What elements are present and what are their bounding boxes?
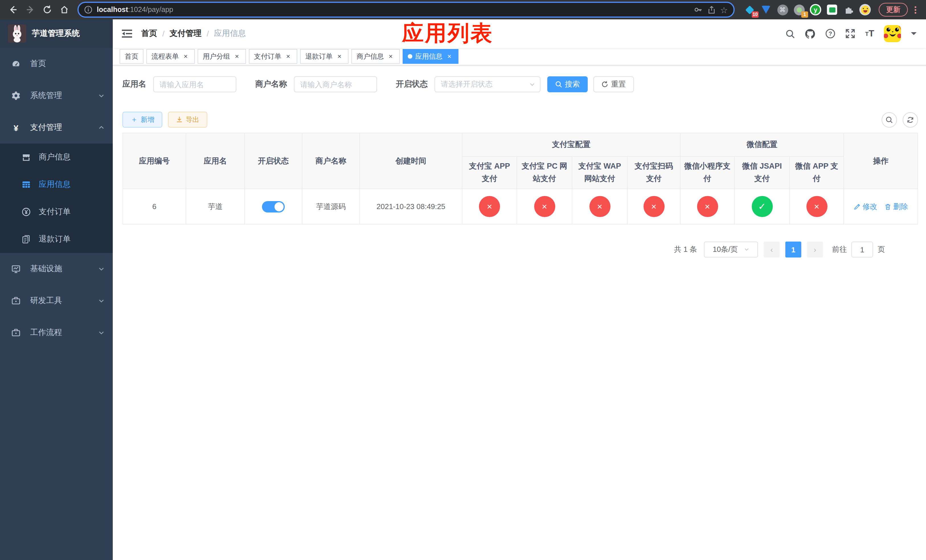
col-wx-jsapi: 微信 JSAPI 支付: [734, 156, 790, 189]
refresh-button[interactable]: [903, 112, 918, 127]
tag-label: 退款订单: [305, 51, 333, 61]
toggle-search-button[interactable]: [882, 112, 897, 127]
status-wx-jsapi: ✓: [752, 196, 773, 217]
tag-process-form[interactable]: 流程表单×: [146, 49, 195, 64]
sidebar-item-dev-tools[interactable]: 研发工具: [0, 285, 113, 317]
password-key-icon[interactable]: [693, 5, 702, 14]
extension-pin-icon[interactable]: 10: [744, 4, 755, 15]
sidebar-item-payment[interactable]: ¥ 支付管理: [0, 112, 113, 144]
col-app-name: 应用名: [186, 133, 245, 189]
address-bar[interactable]: localhost:1024/pay/app ☆: [77, 2, 735, 18]
filter-status-label: 开启状态: [396, 79, 428, 89]
extension-badge: 10: [752, 11, 758, 18]
sidebar-item-label: 工作流程: [30, 328, 98, 338]
bookmark-star-icon[interactable]: ☆: [720, 5, 728, 14]
sidebar-item-label: 首页: [30, 59, 105, 69]
close-icon[interactable]: ×: [182, 52, 190, 61]
search-button-label: 搜索: [565, 79, 580, 89]
page-size-select[interactable]: 10条/页: [704, 242, 758, 257]
tag-app-info-active[interactable]: 应用信息×: [402, 49, 458, 64]
tag-label: 商户信息: [357, 51, 384, 61]
sidebar-item-workflow[interactable]: 工作流程: [0, 317, 113, 349]
fullscreen-icon[interactable]: [845, 29, 855, 39]
extensions-puzzle-icon[interactable]: [843, 4, 854, 15]
browser-menu-icon[interactable]: [911, 6, 919, 14]
next-page-button[interactable]: ›: [807, 242, 823, 257]
screen: localhost:1024/pay/app ☆ 10 ⌘ 1 y: [0, 0, 926, 560]
app-name-input[interactable]: [153, 76, 236, 92]
chrome-update-button[interactable]: 更新: [879, 3, 908, 17]
breadcrumb-payment[interactable]: 支付管理: [170, 29, 201, 39]
tag-pay-orders[interactable]: 支付订单×: [249, 49, 297, 64]
close-icon[interactable]: ×: [233, 52, 241, 61]
col-group-alipay: 支付宝配置: [462, 133, 680, 156]
merchant-name-input[interactable]: [294, 76, 377, 92]
close-icon[interactable]: ×: [284, 52, 292, 61]
forward-icon[interactable]: [23, 2, 38, 17]
sidebar-item-app-info[interactable]: 应用信息: [0, 171, 113, 198]
tag-user-group[interactable]: 用户分组×: [198, 49, 246, 64]
close-icon[interactable]: ×: [336, 52, 343, 61]
back-icon[interactable]: [6, 2, 21, 17]
filter-merchant-label: 商户名称: [255, 79, 287, 89]
cell-app-name: 芋道: [186, 189, 245, 224]
github-icon[interactable]: [805, 28, 816, 39]
close-icon[interactable]: ×: [445, 52, 453, 61]
col-alipay-qr: 支付宝扫码支付: [627, 156, 680, 189]
extension-chat-icon[interactable]: [826, 4, 838, 15]
reset-button[interactable]: 重置: [593, 76, 634, 92]
prev-page-button[interactable]: ‹: [764, 242, 780, 257]
home-icon[interactable]: [57, 2, 72, 17]
page-info-icon[interactable]: [84, 6, 92, 14]
goto-page-input[interactable]: [851, 242, 873, 257]
active-dot: [408, 54, 412, 59]
tag-label: 首页: [125, 51, 138, 61]
enabled-switch[interactable]: [262, 201, 285, 212]
sidebar-item-system[interactable]: 系统管理: [0, 80, 113, 112]
delete-link[interactable]: 删除: [884, 201, 908, 212]
url-host: localhost: [97, 6, 128, 14]
search-button[interactable]: 搜索: [547, 76, 588, 92]
status-alipay-qr: ×: [643, 196, 664, 217]
sidebar-item-label: 基础设施: [30, 264, 98, 274]
briefcase-icon: [11, 296, 21, 305]
font-size-icon[interactable]: TT: [865, 29, 874, 39]
status-select[interactable]: 请选择开启状态: [434, 76, 540, 92]
apps-table: 应用编号 应用名 开启状态 商户名称 创建时间 支付宝配置 微信配置 操作 支付…: [123, 133, 918, 224]
col-wx-lite: 微信小程序支付: [680, 156, 734, 189]
export-button[interactable]: 导出: [168, 112, 207, 128]
extension-gem-icon[interactable]: [760, 4, 772, 15]
tag-refund-orders[interactable]: 退款订单×: [300, 49, 348, 64]
breadcrumb-home[interactable]: 首页: [141, 29, 157, 39]
sidebar-item-infra[interactable]: 基础设施: [0, 253, 113, 285]
extension-command-icon[interactable]: ⌘: [777, 4, 788, 15]
help-icon[interactable]: ?: [825, 29, 835, 39]
search-icon: [885, 116, 893, 123]
sidebar-item-refund-orders[interactable]: 退款订单: [0, 226, 113, 253]
add-button[interactable]: ＋ 新增: [123, 112, 162, 128]
edit-link[interactable]: 修改: [853, 201, 877, 212]
user-avatar[interactable]: [884, 25, 901, 42]
sidebar-item-pay-orders[interactable]: 支付订单: [0, 198, 113, 226]
navbar-actions: ? TT: [785, 25, 917, 42]
extension-badge: 1: [801, 11, 808, 18]
current-page-button[interactable]: 1: [785, 242, 801, 257]
extension-y-icon[interactable]: y: [810, 4, 821, 15]
sidebar-item-merchant-info[interactable]: 商户信息: [0, 144, 113, 171]
breadcrumb: 首页 / 支付管理 / 应用信息: [141, 29, 246, 39]
close-icon[interactable]: ×: [387, 52, 395, 61]
avatar-caret-icon[interactable]: [911, 31, 917, 36]
sidebar-logo[interactable]: 芋道管理系统: [0, 20, 113, 48]
search-icon[interactable]: [785, 29, 795, 38]
profile-avatar-icon[interactable]: [859, 4, 871, 15]
reload-icon[interactable]: [40, 2, 54, 17]
tag-merchant-info[interactable]: 商户信息×: [351, 49, 400, 64]
extension-recorder-icon[interactable]: 1: [793, 4, 805, 15]
sidebar-item-home[interactable]: 首页: [0, 48, 113, 80]
col-merchant: 商户名称: [302, 133, 360, 189]
tag-home[interactable]: 首页: [120, 49, 144, 64]
share-icon[interactable]: [707, 5, 716, 14]
status-wx-lite: ×: [697, 196, 718, 217]
sidebar-fold-icon[interactable]: [122, 29, 132, 38]
status-alipay-pc: ×: [534, 196, 555, 217]
